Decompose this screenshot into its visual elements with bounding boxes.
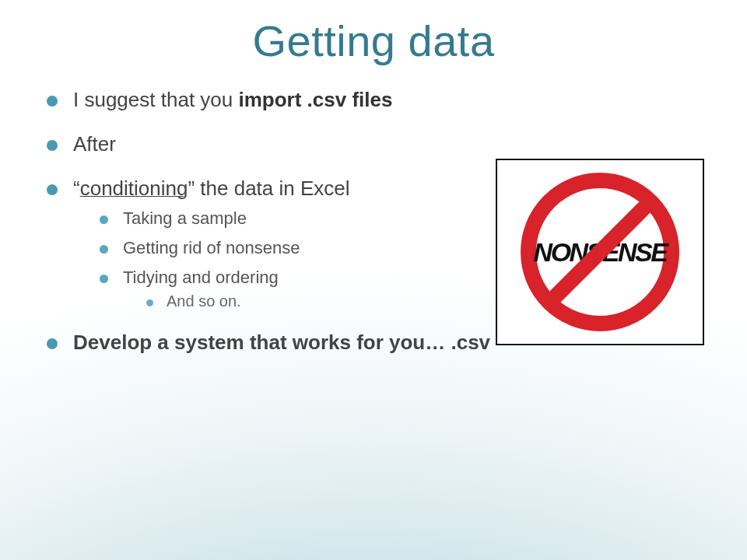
text-underline-fragment: conditioning	[80, 177, 188, 200]
slide-title: Getting data	[47, 16, 700, 66]
svg-line-1	[551, 203, 649, 301]
slide: Getting data I suggest that you import .…	[0, 0, 747, 560]
bullet-after: After	[47, 132, 700, 156]
text-fragment: I suggest that you	[73, 88, 238, 111]
nonsense-image: NONSENSE	[496, 159, 704, 345]
text-bold-fragment: import .csv files	[238, 88, 392, 111]
text-fragment: ” the data in Excel	[188, 177, 349, 200]
text-fragment: Tidying and ordering	[123, 268, 279, 287]
prohibition-sign-icon: NONSENSE	[518, 170, 682, 334]
text-fragment: “	[73, 177, 80, 200]
prohibition-slash-icon	[518, 170, 682, 334]
bullet-import-csv: I suggest that you import .csv files	[47, 88, 700, 112]
